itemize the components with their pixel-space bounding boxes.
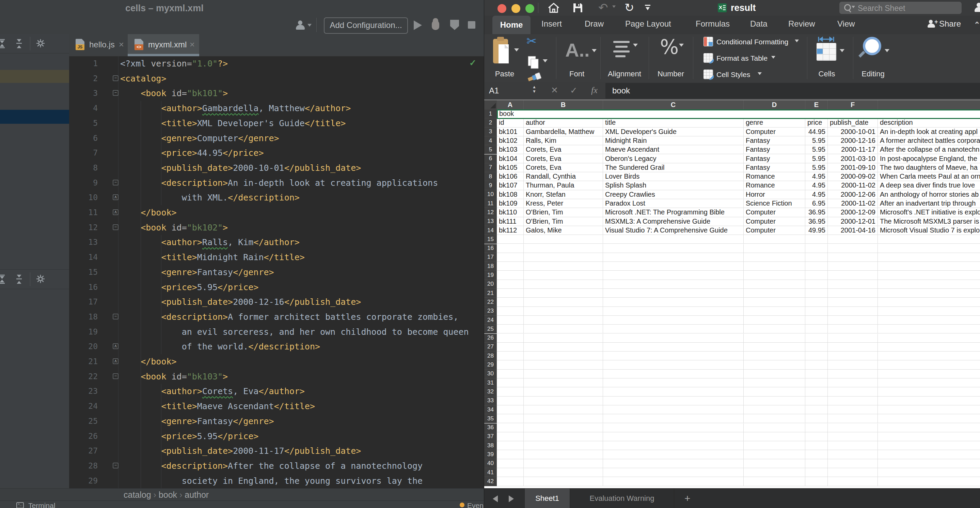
cell[interactable] [744, 477, 805, 486]
code-line[interactable]: 16 <price>5.95</price> [69, 280, 484, 295]
cell[interactable] [878, 414, 980, 423]
cell[interactable]: 4.95 [805, 172, 828, 181]
cell[interactable] [744, 432, 805, 441]
cell[interactable]: 2000-12-16 [828, 136, 878, 145]
cell[interactable] [744, 253, 805, 262]
cell[interactable] [497, 262, 524, 271]
cell[interactable]: bk110 [497, 208, 524, 217]
cell[interactable]: Knorr, Stefan [524, 190, 603, 199]
breadcrumb-item-author[interactable]: author [185, 490, 209, 500]
cell[interactable] [603, 432, 744, 441]
cell[interactable] [744, 387, 805, 396]
cell[interactable]: Fantasy [744, 163, 805, 172]
cell[interactable] [878, 235, 980, 244]
terminal-toolwindow-button[interactable]: Terminal [28, 502, 55, 508]
cell[interactable] [805, 316, 828, 324]
cell[interactable] [744, 280, 805, 289]
code-line[interactable]: 19 an evil sorceress, and her own childh… [69, 324, 484, 340]
cell[interactable]: Creepy Crawlies [603, 190, 744, 199]
cell[interactable] [805, 360, 828, 369]
cell[interactable] [603, 351, 744, 360]
cell[interactable]: When Carla meets Paul at an orn [878, 172, 980, 181]
cell[interactable] [878, 351, 980, 360]
cell[interactable] [878, 360, 980, 369]
cell[interactable] [497, 324, 524, 334]
fold-end-icon[interactable]: ∧ [113, 194, 118, 200]
cell[interactable] [603, 316, 744, 324]
cell[interactable] [744, 316, 805, 324]
cell[interactable] [744, 235, 805, 244]
row-header-16[interactable]: 16 [484, 244, 497, 253]
cell[interactable] [828, 379, 878, 387]
cell[interactable] [828, 396, 878, 406]
cell[interactable] [497, 450, 524, 459]
cell[interactable] [524, 450, 603, 459]
row-header-12[interactable]: 12 [484, 208, 497, 217]
cell[interactable] [878, 396, 980, 406]
cell[interactable] [524, 253, 603, 262]
paste-dropdown-icon[interactable] [514, 48, 519, 54]
cell[interactable] [524, 280, 603, 289]
cell[interactable] [603, 253, 744, 262]
cell[interactable] [828, 370, 878, 379]
fold-collapse-icon[interactable]: − [113, 314, 118, 319]
cell[interactable] [828, 343, 878, 351]
cell[interactable]: Galos, Mike [524, 226, 603, 235]
cell[interactable] [603, 441, 744, 450]
column-header-F[interactable]: F [828, 100, 878, 109]
cell[interactable] [603, 235, 744, 244]
cell[interactable] [603, 468, 744, 477]
cell[interactable] [744, 468, 805, 477]
row-header-1[interactable]: 1 [484, 109, 497, 118]
code-line[interactable]: 10∧ with XML.</description> [69, 190, 484, 205]
cell[interactable] [524, 289, 603, 298]
fold-collapse-icon[interactable]: − [113, 224, 118, 230]
code-line[interactable]: 17 <publish_date>2000-12-16</publish_dat… [69, 295, 484, 310]
cell[interactable]: bk102 [497, 136, 524, 145]
row-header-38[interactable]: 38 [484, 441, 497, 450]
cell[interactable] [603, 370, 744, 379]
cell[interactable]: O'Brien, Tim [524, 217, 603, 226]
cell[interactable] [828, 477, 878, 486]
row-header-42[interactable]: 42 [484, 477, 497, 486]
code-line[interactable]: 9− <description>An in-depth look at crea… [69, 176, 484, 190]
cell[interactable]: Fantasy [744, 155, 805, 163]
cell[interactable]: Randall, Cynthia [524, 172, 603, 181]
gear-icon[interactable] [36, 39, 45, 49]
cell[interactable]: 5.95 [805, 155, 828, 163]
cell[interactable] [497, 343, 524, 351]
code-line[interactable]: 6 <genre>Computer</genre> [69, 131, 484, 146]
cell[interactable]: Splish Splash [603, 181, 744, 190]
cell[interactable]: 5.95 [805, 163, 828, 172]
redo-refresh-icon[interactable]: ↻ [625, 1, 635, 14]
font-dropdown-icon[interactable] [592, 49, 597, 54]
cell[interactable] [497, 423, 524, 432]
row-header-31[interactable]: 31 [484, 379, 497, 387]
expand-all-icon[interactable] [0, 39, 6, 50]
cell[interactable]: MSXML3: A Comprehensive Guide [603, 217, 744, 226]
column-header-B[interactable]: B [524, 100, 603, 109]
cell[interactable] [828, 468, 878, 477]
cell[interactable]: price [805, 118, 828, 127]
cell[interactable] [603, 262, 744, 271]
cell[interactable]: description [878, 118, 980, 127]
cell[interactable]: An anthology of horror stories ab [878, 190, 980, 199]
cell[interactable] [878, 343, 980, 351]
cell[interactable] [497, 244, 524, 253]
cell[interactable] [524, 414, 603, 423]
breadcrumb-item-catalog[interactable]: catalog [124, 490, 151, 500]
cell[interactable] [828, 441, 878, 450]
cell[interactable] [524, 477, 603, 486]
row-header-11[interactable]: 11 [484, 199, 497, 208]
cell[interactable]: bk109 [497, 199, 524, 208]
cell[interactable] [524, 468, 603, 477]
cell[interactable] [878, 423, 980, 432]
cell[interactable]: Fantasy [744, 136, 805, 145]
confirm-entry-icon[interactable]: ✓ [570, 85, 578, 96]
row-header-20[interactable]: 20 [484, 280, 497, 289]
cell[interactable] [524, 271, 603, 280]
alignment-dropdown-icon[interactable] [633, 44, 638, 49]
cell[interactable] [497, 360, 524, 369]
cell[interactable] [497, 379, 524, 387]
cell[interactable] [497, 459, 524, 468]
